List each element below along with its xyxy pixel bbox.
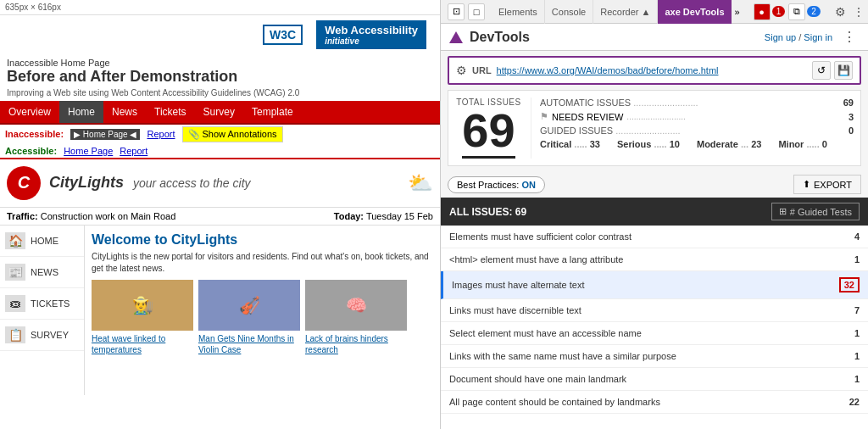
nav-home[interactable]: Home	[59, 101, 103, 123]
page-title-area: Inaccessible Home Page Before and After …	[0, 54, 440, 101]
guided-value: 0	[849, 125, 854, 136]
devtools-tabs: Elements Console Recorder ▲ axe DevTools…	[492, 0, 743, 24]
news-title-2[interactable]: Man Gets Nine Months in Violin Case	[198, 333, 300, 355]
issue-text-2: Images must have alternate text	[452, 280, 839, 290]
weather-icon: ⛅	[408, 171, 433, 195]
guided-label: GUIDED ISSUES .........................	[540, 125, 681, 136]
minor-value: 0	[822, 139, 827, 149]
home-icon: 🏠	[5, 232, 25, 249]
main-content: 🏠 HOME 📰 NEWS 🎟 TICKETS 📋 SURVEY Welcome…	[0, 226, 440, 395]
nav-overview[interactable]: Overview	[0, 101, 59, 123]
nav-template[interactable]: Template	[243, 101, 302, 123]
tickets-icon: 🎟	[5, 295, 25, 312]
axe-menu-icon[interactable]: ⋮	[839, 29, 860, 45]
tab-recorder[interactable]: Recorder ▲	[593, 0, 658, 24]
citylights-banner: C CityLights your access to the city ⛅	[0, 158, 440, 208]
issue-text-7: All page content should be contained by …	[449, 397, 849, 407]
issues-list: Elements must have sufficient color cont…	[441, 226, 868, 429]
sign-in-link[interactable]: Sign in	[804, 32, 832, 42]
tab-console[interactable]: Console	[545, 0, 593, 24]
tab-elements[interactable]: Elements	[492, 0, 545, 24]
issue-count-7: 22	[849, 397, 860, 407]
export-label: EXPORT	[814, 180, 852, 190]
guided-tests-btn[interactable]: ⊞ # Guided Tests	[771, 203, 860, 220]
accessible-label: Accessible:	[5, 146, 57, 156]
show-annotations-btn[interactable]: 📎 Show Annotations	[182, 126, 283, 142]
auto-label: AUTOMATIC ISSUES .......................…	[540, 98, 698, 108]
issue-row-4[interactable]: Select element must have an accessible n…	[441, 322, 868, 345]
sub-stats: Critical ..... 33 Serious ..... 10 Moder…	[540, 139, 854, 149]
serious-value: 10	[670, 139, 680, 149]
issue-row-2[interactable]: Images must have alternate text 32	[441, 271, 868, 299]
url-settings-icon[interactable]: ⚙	[456, 64, 467, 77]
sign-up-link[interactable]: Sign up	[765, 32, 796, 42]
left-panel: 635px × 616px W3C Web Accessibility init…	[0, 0, 441, 429]
wai-line2: initiative	[325, 36, 418, 46]
nav-tickets[interactable]: Tickets	[146, 101, 195, 123]
news-title-3[interactable]: Lack of brains hinders research	[305, 333, 407, 355]
sidebar-item-tickets[interactable]: 🎟 TICKETS	[0, 288, 84, 320]
tab-axe[interactable]: axe DevTools	[658, 0, 731, 24]
traffic-value: Construction work on Main Road	[41, 211, 176, 221]
page-title: Before and After Demonstration	[7, 68, 433, 86]
issue-row-3[interactable]: Links must have discernible text 7	[441, 299, 868, 322]
sidebar-survey-label: SURVEY	[31, 330, 69, 340]
top-bar: 635px × 616px	[0, 0, 440, 15]
issue-row-0[interactable]: Elements must have sufficient color cont…	[441, 226, 868, 248]
url-save-btn[interactable]: 💾	[834, 61, 853, 80]
url-value[interactable]: https://www.w3.org/WAI/demos/bad/before/…	[497, 65, 807, 75]
today-value: Tuesday 15 Feb	[366, 211, 433, 221]
news-title-1[interactable]: Heat wave linked to temperatures	[92, 333, 193, 355]
inaccessible-report[interactable]: Report	[147, 129, 175, 139]
issue-row-5[interactable]: Links with the same name must have a sim…	[441, 345, 868, 368]
citylights-sub: your access to the city	[133, 176, 251, 190]
sidebar-item-survey[interactable]: 📋 SURVEY	[0, 320, 84, 351]
grid-icon: ⊞	[779, 206, 787, 217]
accessible-report[interactable]: Report	[120, 146, 147, 156]
devtools-topbar: ⊡ □ Elements Console Recorder ▲ axe DevT…	[441, 0, 868, 24]
needs-review-value: 3	[849, 112, 854, 122]
inaccessible-label: Inaccessible:	[5, 129, 64, 139]
axe-title: DevTools	[470, 30, 530, 45]
issue-row-1[interactable]: <html> element must have a lang attribut…	[441, 248, 868, 271]
content-area: Welcome to CityLights CityLights is the …	[85, 226, 440, 395]
device-icon[interactable]: □	[468, 3, 485, 20]
issue-text-4: Select element must have an accessible n…	[449, 328, 854, 338]
issue-row-7[interactable]: All page content should be contained by …	[441, 391, 868, 414]
moderate-value: 23	[751, 139, 761, 149]
survey-icon: 📋	[5, 326, 25, 343]
nav-news[interactable]: News	[103, 101, 146, 123]
auto-issues-row: AUTOMATIC ISSUES .......................…	[540, 98, 854, 108]
sidebar-item-news[interactable]: 📰 NEWS	[0, 257, 84, 288]
record-btn[interactable]: ●	[754, 3, 771, 20]
axe-triangle-icon	[449, 31, 463, 43]
issue-text-5: Links with the same name must have a sim…	[449, 351, 854, 361]
welcome-desc: CityLights is the new portal for visitor…	[92, 251, 433, 275]
screenshot-icon[interactable]: ⊡	[448, 3, 465, 20]
w3c-logo: W3C	[263, 25, 303, 45]
news-card-3: 🧠 Lack of brains hinders research	[305, 280, 407, 355]
url-label: URL	[472, 65, 492, 75]
badge-blue: 2	[807, 6, 821, 17]
tab-more[interactable]: »	[732, 7, 743, 17]
url-refresh-btn[interactable]: ↺	[812, 61, 831, 80]
moderate-stat: Moderate ... 23	[697, 139, 761, 149]
accessible-home-link[interactable]: Home Page	[64, 146, 113, 156]
export-icon: ⬆	[803, 179, 810, 190]
right-stats: AUTOMATIC ISSUES .......................…	[540, 98, 854, 159]
home-page-arrow: ▶ Home Page ◀	[70, 129, 140, 140]
settings-icon[interactable]: ⚙	[835, 5, 846, 19]
all-issues-label: ALL ISSUES: 69	[449, 206, 526, 218]
export-btn[interactable]: ⬆ EXPORT	[793, 175, 861, 194]
window-btn[interactable]: ⧉	[788, 3, 805, 20]
sidebar-item-home[interactable]: 🏠 HOME	[0, 226, 84, 257]
close-icon[interactable]: ⋮	[853, 5, 865, 19]
best-practices-btn[interactable]: Best Practices: ON	[448, 176, 545, 193]
critical-stat: Critical ..... 33	[540, 139, 600, 149]
right-panel: ⊡ □ Elements Console Recorder ▲ axe DevT…	[441, 0, 868, 429]
sidebar-home-label: HOME	[31, 236, 58, 246]
nav-survey[interactable]: Survey	[195, 101, 243, 123]
page-size: 635px × 616px	[5, 3, 61, 12]
issue-row-6[interactable]: Document should have one main landmark 1	[441, 368, 868, 391]
inaccessible-bar: Inaccessible: ▶ Home Page ◀ Report 📎 Sho…	[0, 125, 440, 144]
